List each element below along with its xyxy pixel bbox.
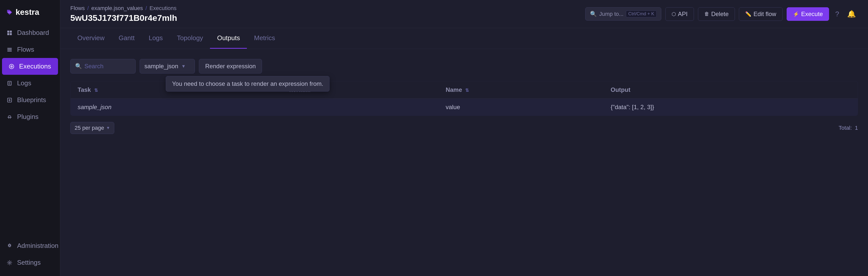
tab-gantt[interactable]: Gantt [112, 28, 142, 49]
execute-label: Execute [801, 10, 823, 18]
sidebar-item-blueprints[interactable]: Blueprints [0, 92, 60, 108]
sidebar-item-logs[interactable]: Logs [0, 75, 60, 92]
executions-label: Executions [19, 63, 51, 70]
delete-icon: 🗑 [704, 11, 709, 17]
edit-icon: ✏️ [745, 11, 751, 17]
edit-flow-button[interactable]: ✏️ Edit flow [739, 7, 783, 21]
bell-icon: 🔔 [847, 10, 856, 18]
help-button[interactable]: ? [833, 8, 841, 20]
settings-label: Settings [17, 259, 41, 267]
dashboard-label: Dashboard [17, 29, 49, 37]
svg-rect-12 [8, 82, 10, 83]
breadcrumb-sep2: / [146, 5, 147, 11]
logo: kestra [0, 5, 60, 24]
edit-label: Edit flow [753, 10, 776, 18]
blueprints-icon [6, 97, 13, 104]
per-page-chevron-icon: ▼ [106, 126, 110, 130]
admin-icon [6, 242, 13, 249]
total-count: Total: 1 [839, 125, 858, 131]
sidebar-item-executions[interactable]: Executions [2, 58, 58, 75]
svg-rect-3 [10, 31, 12, 33]
jump-shortcut-kbd: Ctrl/Cmd + K [626, 10, 656, 17]
delete-button[interactable]: 🗑 Delete [698, 7, 735, 21]
delete-label: Delete [711, 10, 728, 18]
per-page-label: 25 per page [74, 125, 104, 131]
main-content: Flows / example.json_values / Executions… [60, 0, 868, 276]
sort-icon-name[interactable]: ⇅ [465, 88, 469, 93]
header-right: 🔍 Jump to... Ctrl/Cmd + K ⬡ API 🗑 Delete… [585, 7, 858, 21]
execute-icon: ⚡ [793, 11, 799, 17]
svg-rect-5 [10, 33, 12, 35]
breadcrumb-executions: Executions [149, 5, 177, 11]
outputs-toolbar: 🔍 sample_json ▼ Render expression You ne… [70, 59, 858, 73]
blueprints-label: Blueprints [17, 96, 46, 104]
page-header: Flows / example.json_values / Executions… [60, 0, 868, 28]
svg-rect-7 [7, 49, 12, 50]
help-icon: ? [835, 10, 839, 18]
kestra-logo-icon [6, 9, 13, 16]
search-box[interactable]: 🔍 [70, 59, 135, 73]
jump-to-button[interactable]: 🔍 Jump to... Ctrl/Cmd + K [585, 7, 661, 21]
sidebar-item-flows[interactable]: Flows [0, 41, 60, 58]
api-label: API [678, 10, 688, 18]
tabs-bar: Overview Gantt Logs Topology Outputs Met… [60, 28, 868, 49]
col-name: Name ⇅ [438, 81, 603, 99]
svg-rect-8 [7, 51, 12, 51]
dropdown-value: sample_json [145, 63, 178, 70]
execute-button[interactable]: ⚡ Execute [786, 7, 829, 21]
tab-overview[interactable]: Overview [70, 28, 112, 49]
page-title: 5wU35J173f771B0r4e7mlh [70, 13, 177, 23]
render-btn-label: Render expression [205, 63, 256, 69]
administration-label: Administration [17, 242, 59, 250]
per-page-select[interactable]: 25 per page ▼ [70, 122, 114, 134]
cell-task: sample_json [70, 99, 282, 116]
plugins-icon [6, 113, 13, 120]
cell-iteration [282, 99, 438, 116]
logs-label: Logs [17, 79, 31, 87]
flows-icon [6, 46, 13, 53]
sidebar-item-administration[interactable]: Administration › [0, 237, 60, 254]
tab-topology[interactable]: Topology [170, 28, 210, 49]
cell-output: {"data": [1, 2, 3]} [603, 99, 858, 116]
tab-outputs[interactable]: Outputs [210, 28, 247, 49]
cell-name: value [438, 99, 603, 116]
sidebar-item-plugins[interactable]: Plugins [0, 108, 60, 125]
tooltip-text: You need to choose a task to render an e… [172, 80, 323, 87]
search-icon: 🔍 [590, 11, 597, 17]
svg-rect-13 [8, 83, 10, 83]
svg-rect-2 [7, 31, 9, 33]
table-row[interactable]: sample_json value {"data": [1, 2, 3]} [70, 99, 858, 116]
tooltip: You need to choose a task to render an e… [166, 76, 330, 92]
logo-text: kestra [16, 7, 39, 17]
render-expression-button[interactable]: Render expression [199, 59, 262, 73]
sidebar-item-settings[interactable]: Settings [0, 254, 60, 271]
sort-icon-task[interactable]: ⇅ [94, 88, 98, 93]
col-output: Output [603, 81, 858, 99]
breadcrumb-flows[interactable]: Flows [70, 5, 85, 11]
settings-icon [6, 259, 13, 266]
breadcrumb-namespace[interactable]: example.json_values [91, 5, 143, 11]
svg-rect-4 [7, 33, 9, 35]
search-input[interactable] [84, 63, 131, 70]
svg-point-17 [9, 262, 10, 264]
sidebar-item-dashboard[interactable]: Dashboard [0, 24, 60, 41]
plugins-label: Plugins [17, 113, 38, 121]
breadcrumb: Flows / example.json_values / Executions [70, 5, 177, 11]
flows-label: Flows [17, 46, 34, 54]
sidebar: kestra Dashboard Flows Executions Logs [0, 0, 60, 276]
svg-rect-6 [7, 48, 12, 49]
api-button[interactable]: ⬡ API [665, 7, 694, 21]
notification-button[interactable]: 🔔 [845, 8, 858, 20]
dashboard-icon [6, 29, 13, 36]
header-left: Flows / example.json_values / Executions… [70, 5, 177, 23]
logs-icon [6, 80, 13, 87]
chevron-down-icon: ▼ [181, 64, 186, 69]
tab-logs[interactable]: Logs [142, 28, 170, 49]
content-area: 🔍 sample_json ▼ Render expression You ne… [60, 49, 868, 276]
task-dropdown[interactable]: sample_json ▼ [140, 59, 195, 73]
api-icon: ⬡ [672, 11, 676, 17]
svg-rect-14 [8, 84, 10, 84]
tab-metrics[interactable]: Metrics [247, 28, 282, 49]
pagination-bar: 25 per page ▼ Total: 1 [70, 122, 858, 134]
svg-point-10 [10, 65, 13, 68]
